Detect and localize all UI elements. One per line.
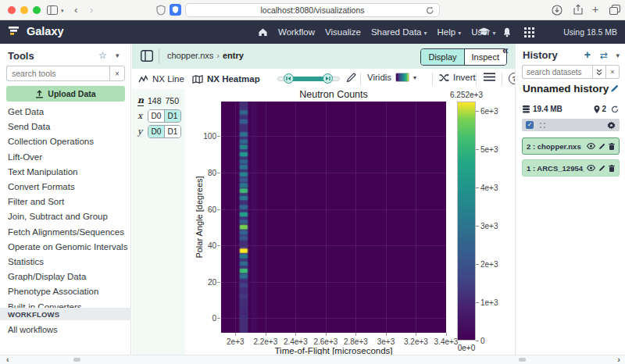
y-dim-d0-button[interactable]: D0	[148, 126, 165, 137]
tab-overview-icon[interactable]	[609, 5, 620, 15]
x-tick-label: 2e+3	[218, 337, 252, 346]
blocker-shield-icon[interactable]	[170, 4, 181, 16]
tool-category[interactable]: Join, Subtract and Group	[0, 209, 131, 224]
collapse-panel-icon[interactable]: «	[502, 44, 509, 56]
advanced-search-icon[interactable]	[592, 65, 606, 79]
upload-data-button[interactable]: Upload Data	[6, 86, 125, 102]
history-name[interactable]: Unnamed history	[523, 83, 609, 95]
divider	[360, 73, 361, 85]
new-history-plus-icon[interactable]: +	[584, 48, 591, 61]
window-minimize-button[interactable]	[20, 6, 28, 14]
back-button[interactable]: ‹	[74, 4, 77, 16]
display-button[interactable]: Display	[421, 49, 464, 65]
edit-history-pencil-icon[interactable]	[610, 84, 619, 93]
inspect-button[interactable]: Inspect	[465, 49, 506, 65]
edit-scale-pencil-icon[interactable]	[346, 73, 356, 83]
pencil-icon[interactable]	[598, 143, 605, 150]
dataset-item[interactable]: 1 : ARCS_12954_histo.h5	[522, 159, 620, 177]
switch-history-icon[interactable]: ⇄	[600, 50, 608, 61]
galaxy-brand[interactable]: Galaxy	[8, 24, 64, 37]
nav-item-visualize[interactable]: Visualize	[325, 27, 361, 37]
home-icon[interactable]	[258, 27, 268, 37]
tool-category[interactable]: Convert Formats	[0, 180, 131, 194]
x-dim-d1-button[interactable]: D1	[165, 110, 180, 122]
tool-category[interactable]: Operate on Genomic Intervals	[0, 240, 131, 255]
extension-shield-icon[interactable]	[156, 5, 166, 16]
y-tick-mark	[217, 209, 220, 210]
window-close-button[interactable]	[8, 6, 16, 14]
trash-icon[interactable]	[609, 165, 615, 172]
history-search-input[interactable]	[522, 65, 592, 79]
apps-grid-icon[interactable]	[524, 27, 534, 37]
tool-category[interactable]: Send Data	[0, 120, 131, 134]
tool-category[interactable]: Text Manipulation	[0, 165, 131, 180]
heatmap-canvas[interactable]	[221, 102, 446, 333]
invert-colormap-button[interactable]: Invert	[439, 73, 476, 82]
tool-category[interactable]: Filter and Sort	[0, 194, 131, 209]
masthead-icons	[478, 20, 534, 44]
tool-category[interactable]: Phenotype Association	[0, 284, 131, 299]
tools-search-input[interactable]	[6, 66, 109, 81]
tool-category[interactable]: Collection Operations	[0, 134, 131, 149]
x-dim-d0-button[interactable]: D0	[148, 110, 165, 122]
scrollbar-thumb[interactable]	[73, 358, 80, 362]
window-zoom-button[interactable]	[33, 6, 41, 14]
eye-icon[interactable]	[587, 143, 595, 149]
collapse-left-chevron[interactable]: ‹	[6, 355, 9, 364]
new-tab-icon[interactable]: +	[592, 3, 598, 16]
eye-icon[interactable]	[587, 165, 595, 171]
tool-category[interactable]: Statistics	[0, 255, 131, 269]
breadcrumb-file[interactable]: chopper.nxs	[167, 51, 213, 60]
pencil-icon[interactable]	[598, 165, 605, 172]
tab-nx-line[interactable]: NX Line	[138, 72, 184, 86]
clear-search-icon[interactable]: ×	[109, 66, 125, 81]
tab-nx-heatmap[interactable]: NX Heatmap	[192, 72, 260, 86]
clear-search-icon[interactable]: ×	[606, 65, 620, 79]
colorbar-gradient	[457, 102, 476, 341]
colorbar-tick-label: 3e+3	[480, 222, 512, 230]
dataset-panel-toggle-icon[interactable]	[141, 50, 153, 62]
collapse-right-chevron[interactable]: ›	[617, 355, 620, 364]
dataset-item[interactable]: 2 : chopper.nxs	[522, 137, 620, 155]
history-options-caret-icon[interactable]: ▾	[616, 52, 620, 59]
scrollbar-thumb[interactable]	[519, 358, 526, 362]
forward-button[interactable]: ›	[90, 4, 93, 16]
nav-item-help[interactable]: Help▾	[438, 27, 462, 37]
tools-menu-caret-icon[interactable]: ▾	[116, 52, 120, 59]
slider-min-handle[interactable]	[284, 73, 294, 84]
nav-item-workflow[interactable]: Workflow	[278, 27, 315, 37]
menu-burger-icon[interactable]	[484, 73, 495, 81]
history-size[interactable]: 19.4 MB	[533, 105, 562, 113]
reload-icon[interactable]	[426, 6, 434, 15]
chevron-down-icon[interactable]: ▾	[61, 8, 64, 14]
tool-category[interactable]: Lift-Over	[0, 150, 131, 165]
breadcrumb[interactable]: chopper.nxs›entry	[167, 51, 244, 60]
all-workflows-link[interactable]: All workflows	[8, 325, 58, 334]
browser-sidebar-icon[interactable]	[47, 5, 58, 15]
usage-indicator[interactable]: Using 18.5 MB	[563, 27, 617, 37]
select-all-checkbox[interactable]: ✓	[526, 121, 534, 129]
drag-handle-icon[interactable]	[539, 122, 546, 129]
refresh-icon[interactable]	[611, 105, 619, 113]
slider-max-handle[interactable]	[323, 73, 333, 84]
colormap-select[interactable]: Viridis ▾	[367, 73, 416, 82]
viz-toolbar: NX Line NX Heatmap Viridis ▾	[132, 69, 515, 89]
nav-item-shared-data[interactable]: Shared Data▾	[371, 27, 427, 37]
tool-category[interactable]: Get Data	[0, 105, 131, 120]
trash-icon[interactable]	[609, 143, 615, 150]
training-cap-icon[interactable]	[478, 27, 490, 37]
breadcrumb-node[interactable]: entry	[223, 51, 244, 60]
gear-icon[interactable]	[607, 121, 616, 130]
share-icon[interactable]	[573, 4, 584, 16]
notifications-bell-icon[interactable]	[502, 27, 512, 37]
tool-category[interactable]: Graph/Display Data	[0, 269, 131, 284]
y-dim-d1-button[interactable]: D1	[165, 126, 180, 137]
range-slider[interactable]	[277, 73, 340, 84]
y-tick-mark	[217, 136, 220, 137]
galaxy-logo	[8, 24, 21, 37]
favorites-star-icon[interactable]: ☆	[98, 50, 107, 61]
tool-category[interactable]: Fetch Alignments/Sequences	[0, 225, 131, 240]
colorbar-tick-label: 6e+3	[480, 107, 512, 116]
url-bar[interactable]: localhost:8080/visualizations	[185, 3, 440, 17]
downloads-icon[interactable]	[552, 5, 562, 16]
